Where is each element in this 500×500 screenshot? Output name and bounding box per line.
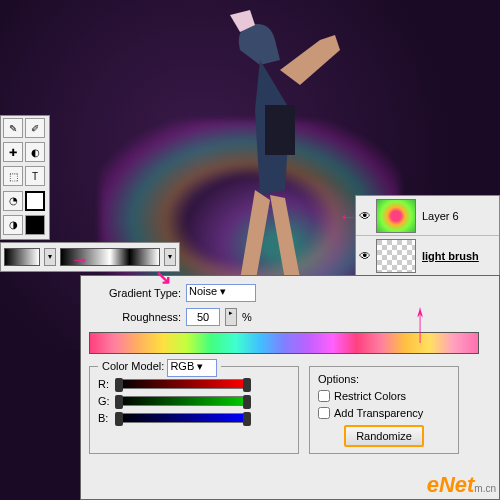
tool-8[interactable]: ◑ bbox=[3, 215, 23, 235]
fg-swatch[interactable] bbox=[25, 191, 45, 211]
layer-name[interactable]: Layer 6 bbox=[418, 210, 459, 222]
tools-panel: ✎ ✐ ✚ ◐ ⬚ T ◔ ◑ bbox=[0, 115, 50, 240]
percent-label: % bbox=[242, 311, 252, 323]
options-label: Options: bbox=[318, 373, 359, 385]
layer-thumb-brush[interactable] bbox=[376, 239, 416, 273]
gradient-type-value: Noise bbox=[189, 285, 217, 297]
restrict-colors-check[interactable]: Restrict Colors bbox=[318, 390, 450, 402]
gradient-dropdown-1[interactable]: ▾ bbox=[44, 248, 56, 266]
layer-thumb-gradient[interactable] bbox=[376, 199, 416, 233]
options-fieldset: Options: Restrict Colors Add Transparenc… bbox=[309, 366, 459, 454]
layers-panel: 👁 Layer 6 👁 light brush bbox=[355, 195, 500, 280]
tool-1[interactable]: ✎ bbox=[3, 118, 23, 138]
color-model-select[interactable]: RGB ▾ bbox=[167, 359, 217, 377]
g-label: G: bbox=[98, 395, 112, 407]
tool-5[interactable]: ⬚ bbox=[3, 166, 23, 186]
tool-2[interactable]: ✐ bbox=[25, 118, 45, 138]
layer-name[interactable]: light brush bbox=[418, 250, 479, 262]
watermark: eNetm.cn bbox=[427, 472, 496, 498]
roughness-label: Roughness: bbox=[89, 311, 181, 323]
gradient-option-bar: ▾ ▾ bbox=[0, 242, 180, 272]
svg-rect-0 bbox=[265, 105, 295, 155]
gradient-type-select[interactable]: Noise ▾ bbox=[186, 284, 256, 302]
randomize-button[interactable]: Randomize bbox=[344, 425, 424, 447]
layer-row[interactable]: 👁 light brush bbox=[356, 236, 499, 276]
tool-3[interactable]: ✚ bbox=[3, 142, 23, 162]
bg-swatch[interactable] bbox=[25, 215, 45, 235]
visibility-icon[interactable]: 👁 bbox=[356, 209, 374, 223]
gradient-editor-dialog: Gradient Type: Noise ▾ Roughness: ▸ % Co… bbox=[80, 275, 500, 500]
gradient-preset-small[interactable] bbox=[4, 248, 40, 266]
restrict-label: Restrict Colors bbox=[334, 390, 406, 402]
color-model-label: Color Model: bbox=[102, 360, 164, 372]
b-label: B: bbox=[98, 412, 112, 424]
watermark-main: eNet bbox=[427, 472, 475, 497]
r-label: R: bbox=[98, 378, 112, 390]
color-model-value: RGB bbox=[170, 360, 194, 372]
annotation-arrow-2: ↘ bbox=[155, 265, 172, 289]
annotation-arrow-3: ← bbox=[338, 205, 358, 228]
roughness-spinner[interactable]: ▸ bbox=[225, 308, 237, 326]
visibility-icon[interactable]: 👁 bbox=[356, 249, 374, 263]
r-slider[interactable] bbox=[118, 379, 248, 389]
add-transparency-check[interactable]: Add Transparency bbox=[318, 407, 450, 419]
watermark-sub: m.cn bbox=[474, 483, 496, 494]
b-slider[interactable] bbox=[118, 413, 248, 423]
roughness-input[interactable] bbox=[186, 308, 220, 326]
g-slider[interactable] bbox=[118, 396, 248, 406]
tool-7[interactable]: ◔ bbox=[3, 191, 23, 211]
transparency-label: Add Transparency bbox=[334, 407, 423, 419]
gradient-dropdown-2[interactable]: ▾ bbox=[164, 248, 176, 266]
tool-6[interactable]: T bbox=[25, 166, 45, 186]
tool-4[interactable]: ◐ bbox=[25, 142, 45, 162]
annotation-arrow-1: → bbox=[70, 248, 90, 271]
layer-row[interactable]: 👁 Layer 6 bbox=[356, 196, 499, 236]
annotation-arrow-4: ↑ bbox=[415, 287, 425, 356]
color-model-fieldset: Color Model: RGB ▾ R: G: B: bbox=[89, 366, 299, 454]
